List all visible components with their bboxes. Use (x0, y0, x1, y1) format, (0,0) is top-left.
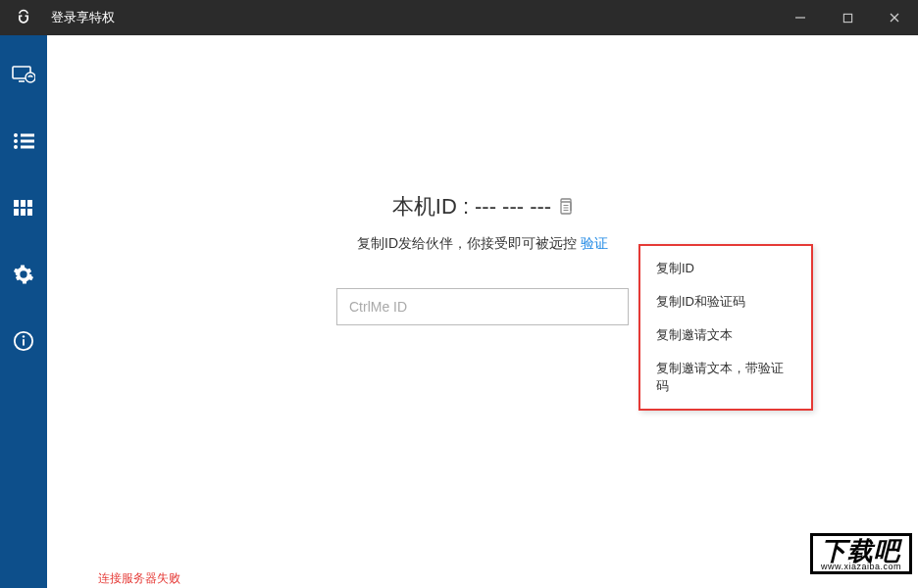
remote-id-input[interactable] (336, 288, 629, 325)
close-button[interactable] (871, 0, 918, 35)
maximize-button[interactable] (824, 0, 871, 35)
svg-rect-15 (21, 146, 34, 149)
watermark-url: www.xiazaiba.com (821, 562, 901, 571)
svg-rect-3 (843, 14, 851, 22)
sidebar-item-grid[interactable] (0, 192, 47, 223)
svg-rect-21 (27, 209, 32, 216)
svg-point-0 (21, 15, 23, 17)
svg-point-12 (14, 139, 18, 143)
svg-rect-16 (14, 200, 19, 207)
svg-point-14 (14, 145, 18, 149)
watermark: 下载吧 www.xiazaiba.com (810, 533, 912, 574)
sidebar (0, 35, 47, 588)
sidebar-item-settings[interactable] (0, 259, 47, 290)
svg-rect-11 (21, 134, 34, 137)
context-item-copy-id[interactable]: 复制ID (640, 252, 811, 285)
svg-rect-23 (23, 339, 25, 345)
svg-rect-19 (14, 209, 19, 216)
context-menu: 复制ID 复制ID和验证码 复制邀请文本 复制邀请文本，带验证码 (638, 244, 813, 411)
svg-point-10 (14, 133, 18, 137)
copy-icon[interactable] (557, 198, 573, 216)
local-id-value: --- --- --- (475, 194, 551, 220)
status-bar: 连接服务器失败 (94, 568, 918, 588)
description-text: 复制ID发给伙伴，你接受即可被远控 (357, 235, 581, 251)
svg-point-24 (23, 335, 25, 337)
context-item-copy-invite-code[interactable]: 复制邀请文本，带验证码 (640, 352, 811, 403)
svg-rect-18 (27, 200, 32, 207)
sidebar-item-list[interactable] (0, 125, 47, 157)
status-text: 连接服务器失败 (98, 570, 180, 587)
sidebar-item-info[interactable] (0, 325, 47, 357)
context-item-copy-invite[interactable]: 复制邀请文本 (640, 318, 811, 352)
sidebar-item-remote[interactable] (0, 59, 47, 90)
local-id-label: 本机ID : (392, 192, 469, 221)
svg-rect-17 (21, 200, 26, 207)
svg-rect-20 (21, 209, 26, 216)
window-title: 登录享特权 (47, 9, 777, 26)
titlebar: 登录享特权 (0, 0, 918, 35)
local-id-line: 本机ID : --- --- --- (188, 192, 777, 221)
content-area: 本机ID : --- --- --- 复制ID发给伙伴，你接受即可被远控 验证 … (47, 35, 918, 588)
app-logo (0, 8, 47, 27)
svg-point-1 (26, 15, 27, 17)
watermark-brand: 下载吧 (821, 538, 901, 564)
context-item-copy-id-code[interactable]: 复制ID和验证码 (640, 285, 811, 318)
verify-link[interactable]: 验证 (581, 235, 608, 251)
svg-rect-13 (21, 140, 34, 143)
minimize-button[interactable] (777, 0, 824, 35)
